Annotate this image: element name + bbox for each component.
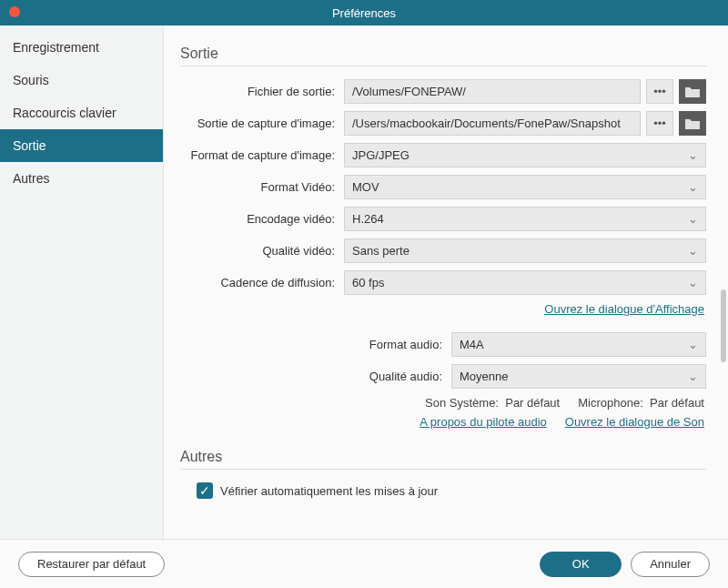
label-capture-sortie: Sortie de capture d'image: (180, 117, 344, 130)
cancel-button[interactable]: Annuler (631, 552, 710, 577)
video-encoding-select[interactable]: H.264 ⌄ (344, 207, 706, 231)
sidebar-item-autres[interactable]: Autres (0, 162, 163, 195)
sidebar: Enregistrement Souris Raccourcis clavier… (0, 25, 164, 539)
chevron-down-icon: ⌄ (688, 180, 698, 194)
microphone-value: Par défaut (650, 396, 704, 410)
label-fichier-sortie: Fichier de sortie: (180, 85, 344, 98)
chevron-down-icon: ⌄ (688, 244, 698, 258)
scrollbar-thumb[interactable] (721, 289, 726, 362)
audio-quality-select[interactable]: Moyenne ⌄ (451, 364, 706, 389)
label-qualite-video: Qualité vidéo: (180, 244, 344, 258)
chevron-down-icon: ⌄ (688, 148, 698, 162)
section-title-autres: Autres (180, 449, 706, 465)
divider (180, 66, 706, 66)
open-sound-dialog-link[interactable]: Ouvrez le dialogue de Son (565, 415, 704, 429)
chevron-down-icon: ⌄ (688, 338, 698, 351)
window-title: Préférences (0, 6, 728, 20)
video-format-value: MOV (352, 180, 379, 194)
audio-format-select[interactable]: M4A ⌄ (451, 332, 706, 357)
snapshot-output-field[interactable]: /Users/macbookair/Documents/FonePaw/Snap… (344, 111, 641, 136)
capture-format-value: JPG/JPEG (352, 148, 410, 162)
sidebar-item-enregistrement[interactable]: Enregistrement (0, 31, 163, 64)
open-snapshot-folder-button[interactable] (679, 111, 706, 136)
sidebar-item-sortie[interactable]: Sortie (0, 129, 163, 162)
auto-update-checkbox[interactable]: ✓ (197, 482, 213, 499)
label-qualite-audio: Qualité audio: (369, 370, 451, 383)
browse-snapshot-button[interactable]: ••• (646, 111, 673, 136)
chevron-down-icon: ⌄ (688, 212, 698, 226)
browse-button[interactable]: ••• (646, 79, 673, 104)
label-encodage-video: Encodage vidéo: (180, 212, 344, 226)
sidebar-item-raccourcis[interactable]: Raccourcis clavier (0, 96, 163, 129)
ok-button[interactable]: OK (540, 552, 622, 577)
label-format-audio: Format audio: (369, 338, 451, 351)
output-file-field[interactable]: /Volumes/FONEPAW/ (344, 79, 641, 104)
folder-icon (685, 86, 700, 97)
video-quality-value: Sans perte (352, 244, 410, 258)
check-icon: ✓ (199, 483, 210, 498)
video-format-select[interactable]: MOV ⌄ (344, 175, 706, 199)
audio-quality-value: Moyenne (460, 370, 508, 383)
video-quality-select[interactable]: Sans perte ⌄ (344, 238, 706, 263)
auto-update-label: Véfirier automatiquement les mises à jou… (220, 484, 438, 498)
capture-format-select[interactable]: JPG/JPEG ⌄ (344, 143, 706, 167)
framerate-select[interactable]: 60 fps ⌄ (344, 270, 706, 295)
chevron-down-icon: ⌄ (688, 276, 698, 289)
about-audio-driver-link[interactable]: A propos du pilote audio (420, 415, 547, 429)
section-title-sortie: Sortie (180, 46, 706, 62)
restore-defaults-button[interactable]: Restaurer par défaut (18, 552, 165, 577)
open-display-dialog-link[interactable]: Ouvrez le dialogue d'Affichage (544, 302, 704, 316)
open-folder-button[interactable] (679, 79, 706, 104)
audio-format-value: M4A (460, 338, 484, 351)
sidebar-item-souris[interactable]: Souris (0, 64, 163, 96)
label-cadence: Cadence de diffusion: (180, 276, 344, 289)
system-sound-value: Par défaut (505, 396, 560, 410)
chevron-down-icon: ⌄ (688, 370, 698, 383)
label-format-capture: Format de capture d'image: (180, 148, 344, 162)
framerate-value: 60 fps (352, 276, 384, 289)
titlebar: Préférences (0, 0, 728, 25)
divider (180, 469, 706, 470)
close-window-button[interactable] (9, 6, 20, 17)
label-format-video: Format Vidéo: (180, 180, 344, 194)
more-icon: ••• (653, 85, 666, 98)
label-microphone: Microphone: (578, 396, 643, 410)
footer: Restaurer par défaut OK Annuler (0, 539, 728, 588)
label-son-systeme: Son Système: (425, 396, 499, 410)
more-icon: ••• (653, 117, 666, 130)
folder-icon (685, 118, 700, 129)
video-encoding-value: H.264 (352, 212, 384, 226)
